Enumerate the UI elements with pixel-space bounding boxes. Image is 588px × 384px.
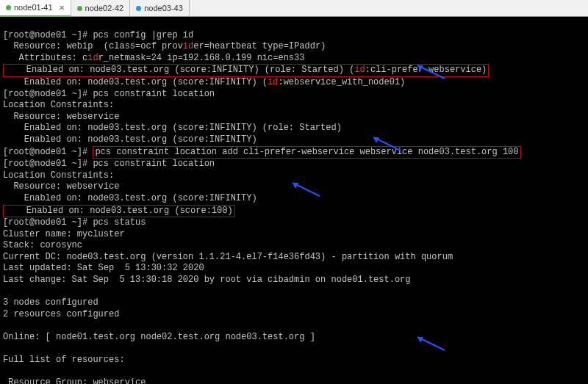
- grep-match: id: [354, 65, 365, 75]
- grep-match: id: [183, 41, 193, 51]
- output-line: Last change: Sat Sep 5 13:30:18 2020 by …: [3, 275, 411, 285]
- prompt: [root@node01 ~]#: [3, 159, 87, 169]
- tab-node02[interactable]: node02-42: [71, 0, 131, 16]
- tab-bar: node01-41 ✕ node02-42 node03-43: [0, 0, 588, 17]
- output-line: Location Constraints:: [3, 100, 114, 110]
- prompt: [root@node01 ~]#: [3, 147, 87, 157]
- output-line: Enabled on: node03.test.org (score:INFIN…: [5, 65, 354, 75]
- command: pcs constraint location: [93, 159, 215, 169]
- prompt: [root@node01 ~]#: [3, 89, 87, 99]
- output-line: Cluster name: mycluster: [3, 229, 125, 239]
- highlight-box: Enabled on: node03.test.org (score:100): [3, 205, 235, 218]
- output-line: Enabled on: node03.test.org (score:INFIN…: [3, 123, 342, 133]
- output-line: 3 nodes configured: [3, 297, 98, 308]
- output-line: Resource Group: webservice: [3, 377, 146, 384]
- prompt: [root@node01 ~]#: [3, 217, 87, 228]
- output-line: Resource: webservice: [3, 181, 119, 192]
- terminal-output[interactable]: [root@node01 ~]# pcs config |grep id Res…: [0, 17, 588, 384]
- output-line: Enabled on: node03.test.org (score:100): [5, 206, 233, 216]
- output-line: Attributes: c: [3, 53, 87, 63]
- status-dot-icon: [6, 5, 11, 10]
- tab-label: node01-41: [14, 2, 53, 12]
- output-line: Enabled on: node03.test.org (score:INFIN…: [3, 193, 257, 203]
- tab-label: node03-43: [144, 3, 183, 13]
- output-line: :webservice_with_node01): [278, 77, 405, 87]
- output-line: 2 resources configured: [3, 309, 119, 319]
- highlight-box: pcs constraint location add cli-prefer-w…: [93, 146, 520, 159]
- status-dot-icon: [136, 6, 141, 11]
- command: pcs config |grep id: [93, 30, 193, 40]
- tab-node01[interactable]: node01-41 ✕: [0, 0, 71, 17]
- output-line: r_netmask=24 ip=192.168.0.199 nic=ens33: [98, 53, 305, 63]
- tab-label: node02-42: [85, 3, 124, 13]
- output-line: :cli-prefer-webservice): [365, 65, 487, 75]
- grep-match: id: [268, 77, 278, 87]
- output-line: Enabled on: node03.test.org (score:INFIN…: [3, 134, 257, 145]
- prompt: [root@node01 ~]#: [3, 30, 87, 40]
- status-dot-icon: [77, 6, 82, 11]
- output-line: Location Constraints:: [3, 170, 114, 181]
- tab-node03[interactable]: node03-43: [130, 0, 190, 16]
- output-line: Resource: webip (class=ocf prov: [3, 41, 183, 51]
- close-icon[interactable]: ✕: [59, 3, 65, 12]
- output-line: er=heartbeat type=IPaddr): [193, 41, 326, 51]
- output-line: Current DC: node03.test.org (version 1.1…: [3, 252, 453, 262]
- output-line: Resource: webservice: [3, 112, 119, 122]
- output-line: Stack: corosync: [3, 240, 82, 250]
- output-line: Enabled on: node03.test.org (score:INFIN…: [3, 77, 268, 87]
- output-line: Last updated: Sat Sep 5 13:30:32 2020: [3, 263, 204, 273]
- grep-match: id: [87, 53, 98, 63]
- output-line: Online: [ node01.test.org node02.test.or…: [3, 332, 315, 342]
- command: pcs constraint location add cli-prefer-w…: [95, 147, 518, 157]
- command: pcs constraint location: [93, 89, 215, 99]
- output-line: Full list of resources:: [3, 355, 125, 365]
- command: pcs status: [93, 217, 146, 228]
- highlight-box: Enabled on: node03.test.org (score:INFIN…: [3, 64, 489, 77]
